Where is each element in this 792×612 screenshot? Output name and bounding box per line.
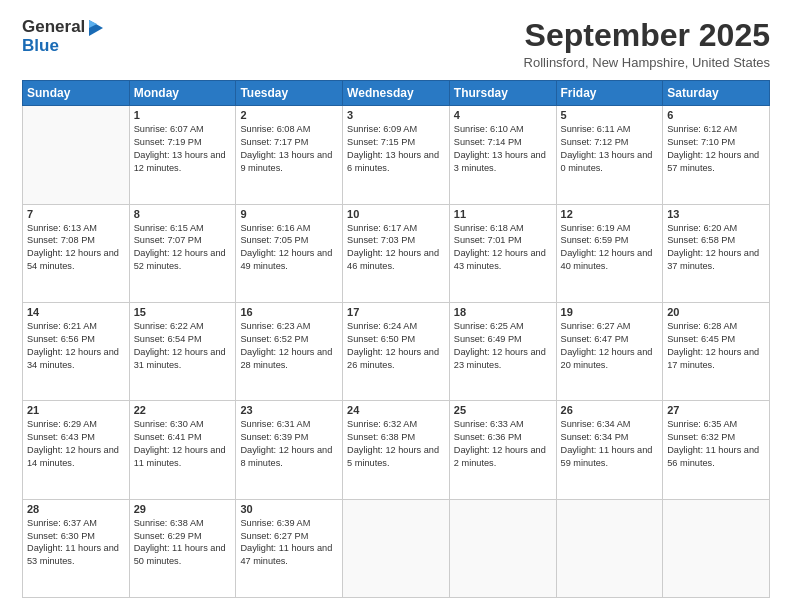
- day-number: 16: [240, 306, 338, 318]
- day-info: Sunrise: 6:08 AMSunset: 7:17 PMDaylight:…: [240, 123, 338, 175]
- table-row: 6Sunrise: 6:12 AMSunset: 7:10 PMDaylight…: [663, 106, 770, 204]
- day-number: 22: [134, 404, 232, 416]
- table-row: 19Sunrise: 6:27 AMSunset: 6:47 PMDayligh…: [556, 302, 663, 400]
- col-sunday: Sunday: [23, 81, 130, 106]
- day-number: 29: [134, 503, 232, 515]
- day-info: Sunrise: 6:29 AMSunset: 6:43 PMDaylight:…: [27, 418, 125, 470]
- table-row: 28Sunrise: 6:37 AMSunset: 6:30 PMDayligh…: [23, 499, 130, 597]
- day-number: 2: [240, 109, 338, 121]
- day-number: 23: [240, 404, 338, 416]
- day-number: 26: [561, 404, 659, 416]
- table-row: 17Sunrise: 6:24 AMSunset: 6:50 PMDayligh…: [343, 302, 450, 400]
- day-number: 9: [240, 208, 338, 220]
- logo: General Blue: [22, 18, 105, 55]
- table-row: 9Sunrise: 6:16 AMSunset: 7:05 PMDaylight…: [236, 204, 343, 302]
- day-number: 19: [561, 306, 659, 318]
- day-info: Sunrise: 6:15 AMSunset: 7:07 PMDaylight:…: [134, 222, 232, 274]
- day-info: Sunrise: 6:23 AMSunset: 6:52 PMDaylight:…: [240, 320, 338, 372]
- day-info: Sunrise: 6:16 AMSunset: 7:05 PMDaylight:…: [240, 222, 338, 274]
- title-block: September 2025 Rollinsford, New Hampshir…: [524, 18, 770, 70]
- day-info: Sunrise: 6:34 AMSunset: 6:34 PMDaylight:…: [561, 418, 659, 470]
- day-info: Sunrise: 6:37 AMSunset: 6:30 PMDaylight:…: [27, 517, 125, 569]
- day-number: 20: [667, 306, 765, 318]
- calendar-header-row: Sunday Monday Tuesday Wednesday Thursday…: [23, 81, 770, 106]
- table-row: 10Sunrise: 6:17 AMSunset: 7:03 PMDayligh…: [343, 204, 450, 302]
- table-row: [556, 499, 663, 597]
- table-row: 7Sunrise: 6:13 AMSunset: 7:08 PMDaylight…: [23, 204, 130, 302]
- col-monday: Monday: [129, 81, 236, 106]
- table-row: 8Sunrise: 6:15 AMSunset: 7:07 PMDaylight…: [129, 204, 236, 302]
- day-info: Sunrise: 6:21 AMSunset: 6:56 PMDaylight:…: [27, 320, 125, 372]
- day-number: 24: [347, 404, 445, 416]
- day-number: 28: [27, 503, 125, 515]
- day-number: 25: [454, 404, 552, 416]
- table-row: 26Sunrise: 6:34 AMSunset: 6:34 PMDayligh…: [556, 401, 663, 499]
- logo-blue: Blue: [22, 37, 105, 56]
- calendar-week-row: 14Sunrise: 6:21 AMSunset: 6:56 PMDayligh…: [23, 302, 770, 400]
- table-row: 24Sunrise: 6:32 AMSunset: 6:38 PMDayligh…: [343, 401, 450, 499]
- day-info: Sunrise: 6:17 AMSunset: 7:03 PMDaylight:…: [347, 222, 445, 274]
- col-wednesday: Wednesday: [343, 81, 450, 106]
- calendar-week-row: 28Sunrise: 6:37 AMSunset: 6:30 PMDayligh…: [23, 499, 770, 597]
- day-info: Sunrise: 6:38 AMSunset: 6:29 PMDaylight:…: [134, 517, 232, 569]
- day-info: Sunrise: 6:30 AMSunset: 6:41 PMDaylight:…: [134, 418, 232, 470]
- col-friday: Friday: [556, 81, 663, 106]
- calendar-week-row: 21Sunrise: 6:29 AMSunset: 6:43 PMDayligh…: [23, 401, 770, 499]
- table-row: 20Sunrise: 6:28 AMSunset: 6:45 PMDayligh…: [663, 302, 770, 400]
- col-saturday: Saturday: [663, 81, 770, 106]
- day-info: Sunrise: 6:07 AMSunset: 7:19 PMDaylight:…: [134, 123, 232, 175]
- day-info: Sunrise: 6:39 AMSunset: 6:27 PMDaylight:…: [240, 517, 338, 569]
- table-row: [449, 499, 556, 597]
- col-thursday: Thursday: [449, 81, 556, 106]
- day-number: 21: [27, 404, 125, 416]
- table-row: 4Sunrise: 6:10 AMSunset: 7:14 PMDaylight…: [449, 106, 556, 204]
- table-row: [23, 106, 130, 204]
- table-row: 11Sunrise: 6:18 AMSunset: 7:01 PMDayligh…: [449, 204, 556, 302]
- table-row: 29Sunrise: 6:38 AMSunset: 6:29 PMDayligh…: [129, 499, 236, 597]
- table-row: 21Sunrise: 6:29 AMSunset: 6:43 PMDayligh…: [23, 401, 130, 499]
- day-info: Sunrise: 6:22 AMSunset: 6:54 PMDaylight:…: [134, 320, 232, 372]
- table-row: 18Sunrise: 6:25 AMSunset: 6:49 PMDayligh…: [449, 302, 556, 400]
- table-row: 16Sunrise: 6:23 AMSunset: 6:52 PMDayligh…: [236, 302, 343, 400]
- day-info: Sunrise: 6:19 AMSunset: 6:59 PMDaylight:…: [561, 222, 659, 274]
- day-number: 4: [454, 109, 552, 121]
- day-number: 6: [667, 109, 765, 121]
- day-info: Sunrise: 6:32 AMSunset: 6:38 PMDaylight:…: [347, 418, 445, 470]
- day-info: Sunrise: 6:11 AMSunset: 7:12 PMDaylight:…: [561, 123, 659, 175]
- day-number: 27: [667, 404, 765, 416]
- day-info: Sunrise: 6:12 AMSunset: 7:10 PMDaylight:…: [667, 123, 765, 175]
- day-number: 30: [240, 503, 338, 515]
- day-info: Sunrise: 6:33 AMSunset: 6:36 PMDaylight:…: [454, 418, 552, 470]
- calendar-week-row: 1Sunrise: 6:07 AMSunset: 7:19 PMDaylight…: [23, 106, 770, 204]
- table-row: 27Sunrise: 6:35 AMSunset: 6:32 PMDayligh…: [663, 401, 770, 499]
- table-row: 2Sunrise: 6:08 AMSunset: 7:17 PMDaylight…: [236, 106, 343, 204]
- day-info: Sunrise: 6:18 AMSunset: 7:01 PMDaylight:…: [454, 222, 552, 274]
- table-row: 14Sunrise: 6:21 AMSunset: 6:56 PMDayligh…: [23, 302, 130, 400]
- day-number: 15: [134, 306, 232, 318]
- day-number: 1: [134, 109, 232, 121]
- table-row: 25Sunrise: 6:33 AMSunset: 6:36 PMDayligh…: [449, 401, 556, 499]
- month-title: September 2025: [524, 18, 770, 53]
- day-number: 10: [347, 208, 445, 220]
- day-info: Sunrise: 6:28 AMSunset: 6:45 PMDaylight:…: [667, 320, 765, 372]
- day-number: 14: [27, 306, 125, 318]
- day-info: Sunrise: 6:09 AMSunset: 7:15 PMDaylight:…: [347, 123, 445, 175]
- calendar-week-row: 7Sunrise: 6:13 AMSunset: 7:08 PMDaylight…: [23, 204, 770, 302]
- table-row: 30Sunrise: 6:39 AMSunset: 6:27 PMDayligh…: [236, 499, 343, 597]
- col-tuesday: Tuesday: [236, 81, 343, 106]
- table-row: 1Sunrise: 6:07 AMSunset: 7:19 PMDaylight…: [129, 106, 236, 204]
- day-number: 17: [347, 306, 445, 318]
- day-info: Sunrise: 6:27 AMSunset: 6:47 PMDaylight:…: [561, 320, 659, 372]
- day-number: 5: [561, 109, 659, 121]
- table-row: 22Sunrise: 6:30 AMSunset: 6:41 PMDayligh…: [129, 401, 236, 499]
- day-info: Sunrise: 6:31 AMSunset: 6:39 PMDaylight:…: [240, 418, 338, 470]
- calendar-table: Sunday Monday Tuesday Wednesday Thursday…: [22, 80, 770, 598]
- table-row: 5Sunrise: 6:11 AMSunset: 7:12 PMDaylight…: [556, 106, 663, 204]
- day-number: 7: [27, 208, 125, 220]
- table-row: 3Sunrise: 6:09 AMSunset: 7:15 PMDaylight…: [343, 106, 450, 204]
- calendar-page: General Blue September 2025 Rollinsford,…: [0, 0, 792, 612]
- day-number: 18: [454, 306, 552, 318]
- day-info: Sunrise: 6:13 AMSunset: 7:08 PMDaylight:…: [27, 222, 125, 274]
- page-header: General Blue September 2025 Rollinsford,…: [22, 18, 770, 70]
- day-number: 11: [454, 208, 552, 220]
